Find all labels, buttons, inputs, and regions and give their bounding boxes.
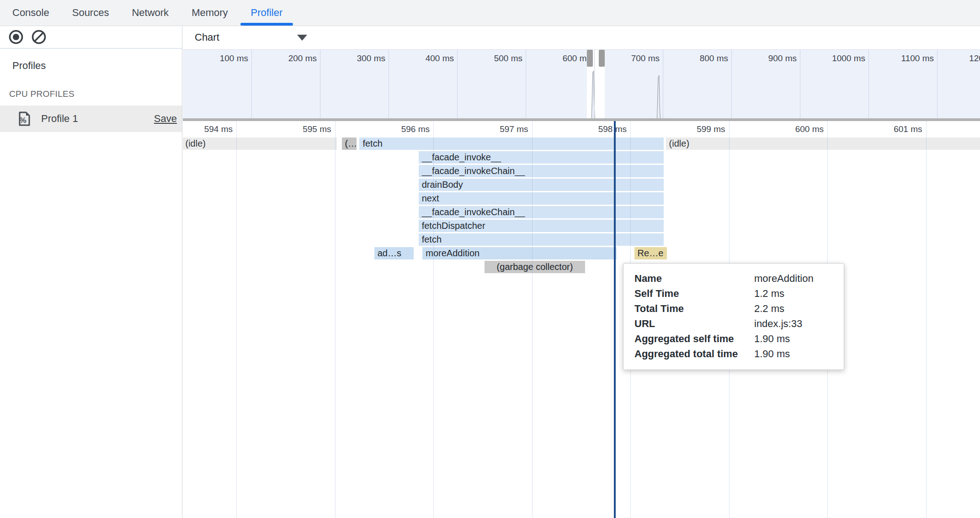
tooltip-label: Name [634,271,754,286]
flame-chart-gridline [532,121,533,518]
flame-bar-garbage-collector[interactable]: (garbage collector) [485,261,585,273]
tooltip-label: Self Time [634,286,754,301]
overview-tick-label: 1100 ms [868,53,934,63]
overview-timeline[interactable]: 100 ms200 ms300 ms400 ms500 ms600 ms700 … [183,49,980,118]
profiles-heading: Profiles [12,60,182,72]
detail-tick-label: 601 ms [853,124,922,134]
profiler-main-pane: Chart 100 ms200 ms300 ms400 ms500 ms600 … [183,26,980,518]
detail-tick-label: 598 ms [557,124,627,134]
overview-tick-label: 800 ms [663,53,728,63]
flame-bar-facade-invoke[interactable]: __facade_invoke__ [419,151,664,164]
cpu-spike [657,75,660,118]
flame-bar-facade-invokechain[interactable]: __facade_invokeChain__ [419,206,664,218]
selection-handle-left[interactable] [587,50,593,67]
tooltip-label: Aggregated self time [634,331,754,346]
overview-tick-label: 900 ms [731,53,797,63]
flame-bar-facade-invokechain[interactable]: __facade_invokeChain__ [419,165,664,177]
profile-list-item[interactable]: % Profile 1 Save [0,106,182,132]
flame-chart-gridline [926,121,927,518]
tooltip-value: 1.90 ms [754,346,833,361]
flame-bar-fetch[interactable]: fetch [419,233,664,246]
flame-bar-re-e[interactable]: Re…e [634,247,667,259]
tooltip-label: Aggregated total time [634,346,754,361]
flame-chart[interactable]: 594 ms595 ms596 ms597 ms598 ms599 ms600 … [183,121,980,518]
flame-bar-moreaddition[interactable]: moreAddition [422,247,617,259]
flame-bar-idle[interactable]: (idle) [666,137,980,150]
tooltip-value: 2.2 ms [754,301,833,316]
view-mode-label: Chart [195,32,219,43]
profile-name: Profile 1 [41,113,78,125]
tooltip-value: 1.90 ms [754,331,833,346]
clear-icon [31,29,47,45]
flame-bar-ad-s[interactable]: ad…s [374,247,414,259]
overview-tick-label: 400 ms [389,53,454,63]
tab-list: ConsoleSourcesNetworkMemoryProfiler [0,0,980,26]
flame-bar-drainbody[interactable]: drainBody [419,179,664,191]
cpu-profiles-section-heading: CPU PROFILES [9,89,182,99]
overview-tick-label: 500 ms [457,53,522,63]
overview-tick-label: 1000 ms [800,53,865,63]
tab-memory[interactable]: Memory [192,0,228,26]
detail-tick-label: 597 ms [459,124,528,134]
flame-bar-next[interactable]: next [419,192,664,205]
flame-bar-idle[interactable]: (idle) [183,137,337,150]
detail-tick-label: 594 ms [183,124,233,134]
record-icon [8,29,24,45]
flame-bar-[interactable]: (… [342,137,357,150]
tooltip-value: 1.2 ms [754,286,833,301]
tooltip-row: Total Time2.2 ms [634,301,833,316]
svg-text:%: % [19,116,26,125]
flame-chart-gridline [236,121,237,518]
tab-profiler[interactable]: Profiler [251,0,283,26]
tooltip-row: Aggregated self time1.90 ms [634,331,833,346]
profiler-toolbar [0,26,182,49]
tooltip-label: Total Time [634,301,754,316]
detail-tick-label: 595 ms [262,124,331,134]
detail-tick-label: 596 ms [360,124,430,134]
overview-tick-label: 300 ms [320,53,385,63]
devtools-window: ConsoleSourcesNetworkMemoryProfiler Prof… [0,0,980,518]
view-mode-dropdown[interactable]: Chart [195,32,307,43]
flame-bar-fetch[interactable]: fetch [359,137,664,150]
tooltip-row: Self Time1.2 ms [634,286,833,301]
flame-bar-fetchdispatcher[interactable]: fetchDispatcher [419,220,664,232]
overview-tick-label: 1200 ms [937,53,980,63]
overview-tick-label: 600 ms [526,53,591,63]
devtools-tab-bar: ConsoleSourcesNetworkMemoryProfiler [0,0,980,26]
overview-tick-label: 200 ms [251,53,317,63]
clear-button[interactable] [31,29,47,45]
record-button[interactable] [8,29,24,45]
view-selector-row: Chart [183,26,980,49]
tooltip-value: moreAddition [754,271,833,286]
tab-sources[interactable]: Sources [72,0,109,26]
tab-network[interactable]: Network [132,0,169,26]
flame-chart-gridline [335,121,336,518]
tooltip-value: index.js:33 [754,316,833,331]
frame-tooltip: NamemoreAdditionSelf Time1.2 msTotal Tim… [623,263,844,370]
selection-handle-right[interactable] [599,50,605,67]
tab-console[interactable]: Console [12,0,49,26]
tooltip-row: NamemoreAddition [634,271,833,286]
profiler-sidebar: Profiles CPU PROFILES % Profile 1 Save [0,26,182,518]
tooltip-row: URLindex.js:33 [634,316,833,331]
chevron-down-icon [297,35,307,41]
tooltip-rows: NamemoreAdditionSelf Time1.2 msTotal Tim… [634,271,833,361]
flame-chart-gridline [433,121,434,518]
save-profile-link[interactable]: Save [154,113,177,125]
detail-tick-label: 600 ms [754,124,824,134]
profile-document-icon: % [16,111,32,127]
tooltip-row: Aggregated total time1.90 ms [634,346,833,361]
tooltip-label: URL [634,316,754,331]
playhead-marker[interactable] [614,121,616,518]
detail-tick-label: 599 ms [656,124,725,134]
overview-tick-label: 100 ms [183,53,248,63]
